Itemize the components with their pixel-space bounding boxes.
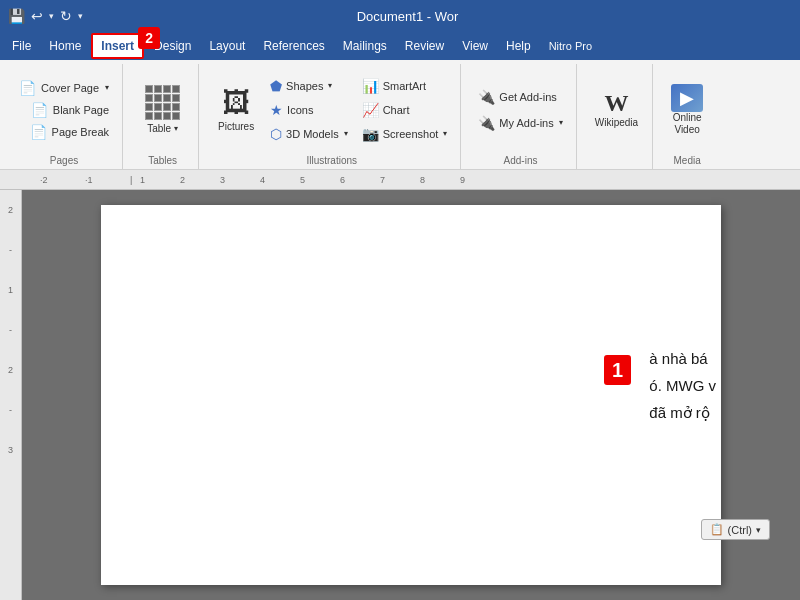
quick-access-toolbar[interactable]: 💾 ↩ ▾ ↻ ▾ — [8, 8, 83, 24]
undo-dropdown-icon[interactable]: ▾ — [49, 11, 54, 21]
menu-insert[interactable]: Insert 2 — [91, 33, 144, 59]
smartart-icon: 📊 — [362, 78, 379, 94]
table-btn-label: Table ▾ — [147, 123, 178, 134]
illustrations-group-label: Illustrations — [211, 153, 452, 169]
redo-icon[interactable]: ↻ — [60, 8, 72, 24]
pictures-label: Pictures — [218, 121, 254, 133]
document-title: Document1 - Wor — [83, 9, 732, 24]
paste-button[interactable]: 📋 (Ctrl) ▾ — [701, 519, 770, 540]
ribbon-group-tables: Table ▾ Tables — [127, 64, 199, 169]
smartart-btn[interactable]: 📊 SmartArt — [357, 75, 453, 97]
icons-btn[interactable]: ★ Icons — [265, 99, 353, 121]
cover-page-btn[interactable]: 📄 Cover Page ▾ — [14, 78, 114, 98]
shapes-btn[interactable]: ⬟ Shapes ▾ — [265, 75, 353, 97]
ribbon: 📄 Cover Page ▾ 📄 Blank Page 📄 Page Break… — [0, 60, 800, 170]
menu-nitro[interactable]: Nitro Pro — [541, 36, 600, 56]
document-content: à nhà bá ó. MWG v đã mở rộ — [649, 345, 721, 426]
cover-page-dropdown[interactable]: ▾ — [105, 83, 109, 92]
wikipedia-icon: W — [604, 90, 628, 117]
save-icon[interactable]: 💾 — [8, 8, 25, 24]
get-addins-btn[interactable]: 🔌 Get Add-ins — [473, 86, 567, 108]
menu-view[interactable]: View — [454, 35, 496, 57]
ribbon-group-wikipedia: W Wikipedia _ — [581, 64, 653, 169]
step-1-badge: 1 — [604, 355, 631, 385]
get-addins-icon: 🔌 — [478, 89, 495, 105]
shapes-icon: ⬟ — [270, 78, 282, 94]
doc-line-2: ó. MWG v — [649, 372, 716, 399]
wikipedia-label: Wikipedia — [595, 117, 638, 129]
3d-models-btn[interactable]: ⬡ 3D Models ▾ — [265, 123, 353, 145]
table-dropdown-arrow[interactable]: ▾ — [174, 124, 178, 133]
my-addins-icon: 🔌 — [478, 115, 495, 131]
chart-icon: 📈 — [362, 102, 379, 118]
menu-home[interactable]: Home — [41, 35, 89, 57]
paste-label: (Ctrl) — [728, 524, 752, 536]
3d-models-dropdown[interactable]: ▾ — [344, 129, 348, 138]
more-icon[interactable]: ▾ — [78, 11, 83, 21]
table-btn[interactable]: Table ▾ — [135, 75, 190, 145]
doc-line-1: à nhà bá — [649, 345, 716, 372]
pictures-icon: 🖼 — [222, 86, 250, 119]
menu-layout[interactable]: Layout — [201, 35, 253, 57]
addins-group-label: Add-ins — [473, 153, 567, 169]
vertical-ruler: 2 - 1 - 2 - 3 — [0, 190, 22, 600]
step-2-badge: 2 — [138, 27, 160, 49]
screenshot-icon: 📷 — [362, 126, 379, 142]
menu-file[interactable]: File — [4, 35, 39, 57]
online-video-label: OnlineVideo — [673, 112, 702, 136]
my-addins-dropdown[interactable]: ▾ — [559, 118, 563, 127]
icons-icon: ★ — [270, 102, 283, 118]
ribbon-group-addins: 🔌 Get Add-ins 🔌 My Add-ins ▾ Add-ins — [465, 64, 576, 169]
media-group-label: Media — [665, 153, 709, 169]
document-area[interactable]: à nhà bá ó. MWG v đã mở rộ 1 📋 (Ctrl) ▾ — [22, 190, 800, 600]
shapes-dropdown[interactable]: ▾ — [328, 81, 332, 90]
horizontal-ruler: ·2 ·1 | 1 2 3 4 5 6 7 8 9 — [0, 170, 800, 190]
step-1-badge-container: 1 — [604, 355, 631, 385]
ribbon-group-media: ▶ OnlineVideo Media — [657, 64, 717, 169]
main-area: 2 - 1 - 2 - 3 à nhà bá ó. MWG v đã mở rộ… — [0, 190, 800, 600]
menu-help[interactable]: Help — [498, 35, 539, 57]
wikipedia-btn[interactable]: W Wikipedia — [589, 75, 644, 145]
paste-dropdown[interactable]: ▾ — [756, 525, 761, 535]
screenshot-btn[interactable]: 📷 Screenshot ▾ — [357, 123, 453, 145]
menu-bar: File Home Insert 2 Design Layout Referen… — [0, 32, 800, 60]
ribbon-group-pages: 📄 Cover Page ▾ 📄 Blank Page 📄 Page Break… — [6, 64, 123, 169]
pages-group-label: Pages — [14, 153, 114, 169]
3d-models-icon: ⬡ — [270, 126, 282, 142]
online-video-btn[interactable]: ▶ OnlineVideo — [665, 75, 709, 145]
screenshot-dropdown[interactable]: ▾ — [443, 129, 447, 138]
undo-icon[interactable]: ↩ — [31, 8, 43, 24]
online-video-icon: ▶ — [671, 84, 703, 112]
document-page: à nhà bá ó. MWG v đã mở rộ 1 — [101, 205, 721, 585]
menu-review[interactable]: Review — [397, 35, 452, 57]
my-addins-btn[interactable]: 🔌 My Add-ins ▾ — [473, 112, 567, 134]
tables-group-label: Tables — [135, 153, 190, 169]
page-break-btn[interactable]: 📄 Page Break — [25, 122, 114, 142]
pictures-btn[interactable]: 🖼 Pictures — [211, 75, 261, 145]
menu-mailings[interactable]: Mailings — [335, 35, 395, 57]
doc-line-3: đã mở rộ — [649, 399, 716, 426]
blank-page-btn[interactable]: 📄 Blank Page — [26, 100, 114, 120]
ribbon-group-illustrations: 🖼 Pictures ⬟ Shapes ▾ ★ Icons ⬡ — [203, 64, 461, 169]
clipboard-icon: 📋 — [710, 523, 724, 536]
title-bar: 💾 ↩ ▾ ↻ ▾ Document1 - Wor — [0, 0, 800, 32]
chart-btn[interactable]: 📈 Chart — [357, 99, 453, 121]
menu-references[interactable]: References — [255, 35, 332, 57]
